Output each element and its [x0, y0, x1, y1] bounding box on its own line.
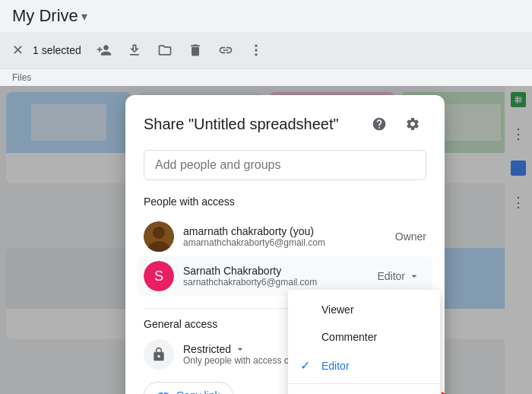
person-info-2: Sarnath Chakraborty sarnathchakraborty6@… [183, 265, 362, 288]
files-label: Files [0, 69, 532, 86]
drive-title-text: My Drive [12, 6, 78, 26]
people-section-title: People with access [144, 195, 426, 208]
top-bar: My Drive ▾ [0, 0, 532, 32]
more-vert-icon[interactable] [242, 37, 270, 64]
person-name-1: amarnath chakraborty (you) [183, 225, 386, 237]
selected-count: 1 selected [33, 44, 81, 56]
person-info-1: amarnath chakraborty (you) amarnathchakr… [183, 225, 386, 248]
copy-link-label: Copy link [176, 389, 220, 394]
settings-button[interactable] [399, 110, 426, 138]
red-arrow-icon [434, 389, 472, 394]
role-label: Editor [377, 270, 405, 282]
menu-item-commenter-label: Commenter [321, 331, 377, 343]
svg-point-1 [255, 49, 257, 51]
link-icon [157, 389, 170, 394]
close-button[interactable]: ✕ [6, 39, 30, 62]
toolbar: ✕ 1 selected [0, 32, 532, 69]
avatar-initial-2: S [144, 261, 174, 291]
check-icon: ✓ [300, 358, 315, 373]
svg-point-8 [153, 227, 165, 239]
avatar-image-1 [144, 221, 174, 252]
avatar-2: S [144, 261, 174, 291]
person-name-2: Sarnath Chakraborty [183, 265, 362, 277]
svg-point-0 [255, 45, 257, 47]
role-menu: Viewer Commenter ✓ Editor Transfer owner… [288, 290, 440, 394]
menu-item-viewer[interactable]: Viewer [288, 296, 440, 323]
lock-icon [144, 339, 174, 370]
menu-item-editor[interactable]: ✓ Editor [288, 351, 440, 380]
dialog-header: Share "Untitled spreadsheet" [144, 110, 426, 138]
drive-chevron-icon: ▾ [81, 9, 87, 24]
download-icon[interactable] [121, 37, 148, 64]
menu-item-viewer-label: Viewer [321, 303, 354, 316]
svg-point-2 [255, 53, 257, 56]
person-role-1: Owner [395, 230, 426, 243]
person-row-2: S Sarnath Chakraborty sarnathchakraborty… [138, 256, 432, 296]
add-people-input[interactable] [144, 150, 426, 180]
avatar-1 [144, 221, 174, 252]
menu-divider [288, 383, 440, 384]
main-area: ⋮ ⋮ Share "Untitled spreadsheet" People … [0, 86, 532, 394]
editor-role-dropdown[interactable]: Editor [371, 267, 426, 285]
move-icon[interactable] [151, 37, 179, 64]
restricted-chevron-icon [234, 343, 246, 355]
restricted-label: Restricted [183, 343, 231, 355]
copy-link-button[interactable]: Copy link [144, 382, 233, 394]
help-button[interactable] [366, 110, 393, 138]
person-row-1: amarnath chakraborty (you) amarnathchakr… [144, 217, 426, 256]
dialog-title: Share "Untitled spreadsheet" [144, 116, 339, 133]
person-email-1: amarnathchakraborty6@gmail.com [183, 237, 386, 248]
dialog-header-icons [366, 110, 426, 138]
add-person-icon[interactable] [90, 37, 118, 64]
link-icon[interactable] [212, 37, 239, 64]
drive-title[interactable]: My Drive ▾ [12, 6, 87, 26]
delete-icon[interactable] [182, 37, 209, 64]
menu-item-editor-label: Editor [321, 360, 350, 372]
menu-item-transfer[interactable]: Transfer ownership [288, 387, 440, 394]
person-email-2: sarnathchakraborty6@gmail.com [183, 277, 362, 288]
menu-item-commenter[interactable]: Commenter [288, 323, 440, 351]
share-dialog: Share "Untitled spreadsheet" People with… [125, 95, 445, 394]
